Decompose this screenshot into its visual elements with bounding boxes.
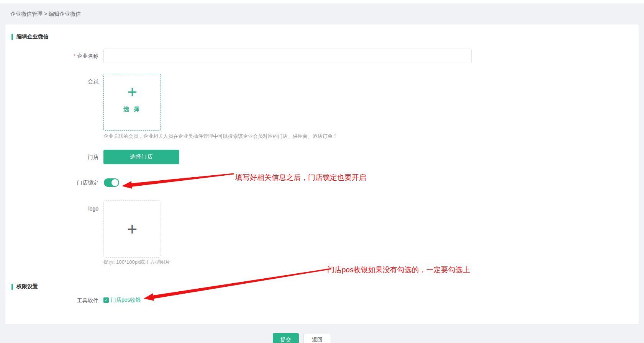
toggle-knob: [111, 179, 118, 186]
tools-label: 工具软件: [52, 297, 98, 304]
logo-label: logo: [52, 206, 98, 212]
company-name-input[interactable]: [103, 49, 472, 63]
member-choose-label: 选 择: [123, 106, 141, 113]
pos-checkbox[interactable]: ✓: [103, 297, 109, 303]
section-header-perms: 权限设置: [11, 283, 38, 290]
pos-checkbox-row[interactable]: ✓ 门店pos收银: [103, 297, 141, 304]
logo-hint-text: 提示: 100*100px或正方型图片: [103, 259, 170, 266]
section-title-perms: 权限设置: [16, 283, 38, 290]
member-label: 会员: [52, 78, 98, 85]
store-label: 门店: [52, 154, 98, 160]
submit-button[interactable]: 提交: [273, 333, 299, 343]
section-title-edit: 编辑企业微信: [16, 33, 49, 40]
pos-annotation: 门店pos收银如果没有勾选的，一定要勾选上: [327, 265, 470, 275]
window-top-strip: [0, 0, 644, 3]
member-upload-box[interactable]: + 选 择: [103, 74, 161, 131]
member-helper-text: 企业关联的会员，企业相关人员在企业类插件管理中可以搜索该企业会员对应的门店、供应…: [103, 133, 338, 140]
company-name-label-text: 企业名称: [77, 53, 98, 59]
required-asterisk: *: [74, 53, 75, 59]
section-accent-bar: [11, 34, 13, 40]
check-icon: ✓: [104, 298, 108, 302]
plus-icon: +: [127, 83, 137, 100]
plus-icon: +: [127, 220, 138, 238]
breadcrumb[interactable]: 企业微信管理 > 编辑企业微信: [10, 11, 81, 18]
company-name-label: *企业名称: [52, 53, 98, 59]
section-header-edit: 编辑企业微信: [11, 33, 49, 40]
logo-upload-box[interactable]: +: [103, 200, 161, 258]
store-lock-annotation: 填写好相关信息之后，门店锁定也要开启: [235, 173, 366, 183]
pos-checkbox-label: 门店pos收银: [111, 297, 141, 304]
section-accent-bar: [11, 284, 13, 290]
select-store-button[interactable]: 选择门店: [103, 150, 179, 164]
back-button[interactable]: 返回: [303, 333, 331, 343]
store-lock-label: 门店锁定: [52, 180, 98, 186]
store-lock-toggle[interactable]: [104, 178, 119, 187]
